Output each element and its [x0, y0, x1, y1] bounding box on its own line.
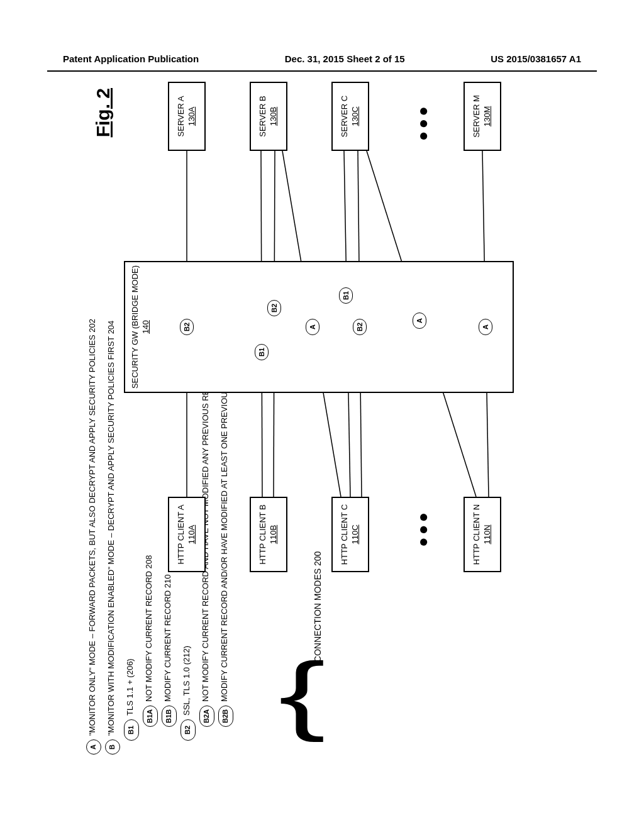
server-m-box: SERVER M 130M [464, 82, 501, 151]
figure-rotated-container: Fig. 2 A "MONITOR ONLY" MODE – FORWARD P… [86, 69, 558, 761]
figure-label: Fig. 2 [92, 88, 114, 137]
server-b-ref: 130B [269, 107, 279, 126]
line-badge-cc-sc1: B1 [339, 287, 353, 304]
server-c-label: SERVER C [340, 96, 350, 137]
legend-text-b1: TLS 1.1 + (206) [124, 658, 135, 716]
line-badge-cb-sb1: B1 [255, 344, 269, 360]
server-c-ref: 130C [350, 106, 361, 126]
badge-b1a: B1A [143, 706, 158, 727]
badge-b2: B2 [180, 719, 196, 741]
client-a-label: HTTP CLIENT A [176, 505, 187, 565]
legend-text-b1a: NOT MODIFY CURRENT RECORD 208 [143, 555, 154, 702]
badge-b2b: B2B [218, 706, 233, 727]
client-n-box: HTTP CLIENT N 110N [464, 497, 501, 572]
client-b-box: HTTP CLIENT B 110B [250, 497, 287, 572]
badge-b1b: B1B [162, 706, 177, 727]
client-c-ref: 110C [350, 524, 361, 544]
line-badge-cc-sc2: B2 [353, 319, 367, 335]
diagram: SECURITY GW (BRIDGE MODE) 140 B2 B1 B2 A… [124, 82, 533, 572]
legend-item-b: B "MONITOR WITH MODIFICATION ENABLED" MO… [105, 319, 120, 755]
client-n-label: HTTP CLIENT N [472, 504, 482, 565]
server-b-box: SERVER B 130B [250, 82, 287, 151]
server-ellipsis-icon: ●●● [413, 104, 433, 141]
server-m-label: SERVER M [472, 95, 482, 138]
legend-text-b2: SSL, TLS 1.0 (212) [180, 646, 192, 716]
header-right: US 2015/0381657 A1 [491, 53, 581, 64]
badge-b: B [105, 739, 120, 755]
server-b-label: SERVER B [258, 96, 269, 137]
client-a-box: HTTP CLIENT A 110A [168, 497, 206, 572]
legend-text-b: "MONITOR WITH MODIFICATION ENABLED" MODE… [105, 321, 116, 736]
brace-section: } CONNECTION MODES 200 [281, 551, 323, 761]
line-badge-cn-sc: A [413, 313, 426, 329]
gw-ref: 140 [141, 320, 152, 334]
server-m-ref: 130M [482, 106, 493, 127]
badge-a: A [86, 739, 101, 755]
legend-item-a: A "MONITOR ONLY" MODE – FORWARD PACKETS,… [86, 319, 101, 755]
line-badge-ca-sa: B2 [180, 319, 194, 335]
line-badge-cc-sb: A [306, 319, 319, 335]
badge-b2a: B2A [199, 706, 214, 727]
client-c-box: HTTP CLIENT C 110C [331, 497, 369, 572]
line-badge-cb-sb2: B2 [267, 300, 281, 316]
client-n-ref: 110N [482, 524, 493, 544]
server-c-box: SERVER C 130C [331, 82, 369, 151]
client-b-ref: 110B [269, 525, 279, 544]
page-header: Patent Application Publication Dec. 31, … [0, 53, 644, 64]
brace-icon: } [279, 700, 326, 717]
client-b-label: HTTP CLIENT B [258, 504, 269, 565]
line-badge-cn-sm: A [479, 319, 492, 335]
badge-b1: B1 [124, 719, 139, 741]
client-a-ref: 110A [187, 525, 197, 544]
legend-text-a: "MONITOR ONLY" MODE – FORWARD PACKETS, B… [86, 319, 97, 736]
header-center: Dec. 31, 2015 Sheet 2 of 15 [285, 53, 405, 64]
client-ellipsis-icon: ●●● [413, 510, 433, 547]
server-a-box: SERVER A 130A [168, 82, 206, 151]
gw-title: SECURITY GW (BRIDGE MODE) [130, 265, 141, 389]
legend-text-b1b: MODIFY CURRENT RECORD 210 [162, 575, 173, 702]
client-c-label: HTTP CLIENT C [340, 504, 350, 565]
header-left: Patent Application Publication [63, 53, 199, 64]
server-a-label: SERVER A [176, 96, 187, 137]
server-a-ref: 130A [187, 107, 197, 126]
